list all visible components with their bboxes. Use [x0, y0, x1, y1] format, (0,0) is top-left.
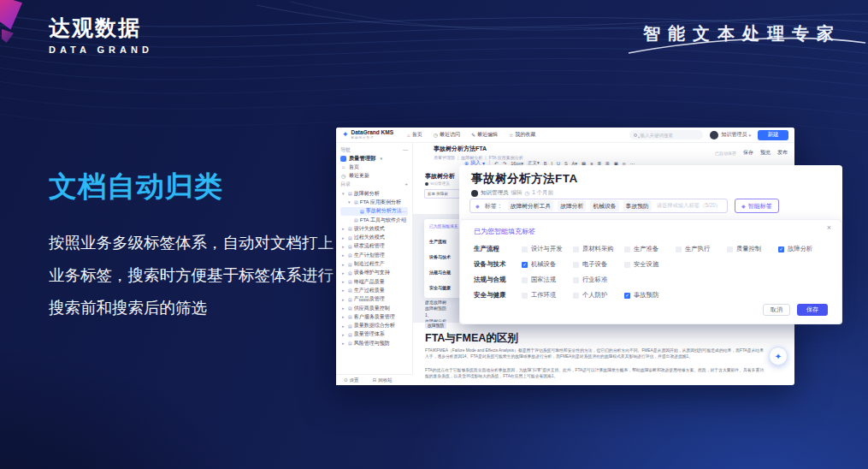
add-icon[interactable]: +: [404, 181, 408, 187]
topnav-item-home[interactable]: ⌂首页: [407, 131, 422, 139]
sidebar-tree-item[interactable]: ▸▤研发流程管理: [340, 242, 408, 251]
checkbox-option[interactable]: 机械设备: [522, 260, 573, 269]
app-topnav: ✦ DataGrand KMS 智能知识管理 ⌂首页◷最近访问✎最近编辑☆我的收…: [336, 128, 794, 143]
sidebar-tree-item[interactable]: ▸▤客户服务质量管理: [340, 312, 408, 321]
checkbox-option[interactable]: 原材料采购: [573, 245, 624, 253]
new-button[interactable]: 新建: [758, 130, 788, 140]
tag-chip[interactable]: 故障树分析工具: [508, 200, 554, 211]
topnav-item-edit[interactable]: ✎最近编辑: [471, 131, 498, 139]
user-name[interactable]: 知识管理员: [721, 131, 747, 139]
user-avatar[interactable]: [710, 131, 718, 140]
sidebar-tree-item[interactable]: ▤FTA 工具与软件介绍: [340, 216, 408, 224]
smart-tag-modal: 已为您智能填充标签 × 生产流程设计与开发原材料采购生产准备生产执行质量控制故障…: [459, 219, 842, 324]
doc-action-预览[interactable]: 预览: [760, 149, 771, 157]
checkbox-option[interactable]: 生产准备: [624, 245, 676, 253]
checkbox-icon[interactable]: [676, 246, 682, 252]
sidebar-collapse-icon[interactable]: —: [403, 147, 408, 152]
sidebar-tree-item[interactable]: ▸▤供应商质量控制: [340, 304, 408, 312]
settings-button[interactable]: ⊙设置: [344, 377, 359, 383]
checkbox-option[interactable]: 电子设备: [573, 260, 624, 269]
tag-input-placeholder[interactable]: 请选择或输入标签（5/20）: [657, 202, 721, 210]
checkbox-icon[interactable]: [727, 246, 733, 252]
option-label: 工作环境: [531, 291, 556, 300]
document-icon: ▤: [348, 262, 352, 267]
sidebar-tree-item[interactable]: ▾▤故障树分析: [340, 189, 408, 198]
ai-assistant-button[interactable]: ✦: [769, 347, 788, 365]
sidebar-tree-item[interactable]: ▸▤过程失效模式: [340, 233, 408, 241]
background-tag-fragment: 标签 故障树: [428, 192, 448, 196]
tree-item-label: 供应商质量控制: [354, 305, 390, 312]
trash-button[interactable]: ⊟回收站: [373, 377, 393, 383]
document-icon: ▤: [348, 226, 352, 231]
checkbox-icon[interactable]: [573, 277, 579, 283]
doc-tag-chip[interactable]: 故障预防: [425, 322, 446, 329]
checkbox-icon[interactable]: [522, 246, 528, 252]
checkbox-icon[interactable]: [573, 293, 579, 299]
tag-chip[interactable]: 故障分析: [558, 200, 586, 211]
caret-down-icon: ▾: [342, 191, 346, 196]
sidebar-quick-clock[interactable]: ◷最近更新: [340, 171, 408, 180]
tree-item-label: 事故树分析方法FTA: [366, 207, 408, 215]
sidebar-quick-home[interactable]: ⌂首页: [340, 163, 408, 171]
checkbox-icon[interactable]: [522, 277, 528, 283]
checkbox-option[interactable]: 事故预防: [624, 291, 676, 300]
sidebar-tree-item[interactable]: ▤事故树分析方法FTA: [340, 207, 408, 216]
sidebar-tree-item[interactable]: ▸▤设计失效模式: [340, 224, 408, 233]
checkbox-checked-icon[interactable]: [778, 246, 784, 252]
sidebar-tree-item[interactable]: ▸▤终端产品质量: [340, 277, 408, 286]
sidebar-space-row[interactable]: 质量管理部 ▾: [340, 154, 408, 163]
checkbox-option[interactable]: 故障分析: [778, 245, 830, 253]
checkbox-option[interactable]: 国家法规: [522, 276, 573, 284]
option-label: 电子设备: [582, 260, 607, 269]
search-input[interactable]: [640, 133, 694, 138]
sidebar-tree-item[interactable]: ▾▤FTA 应用案例分析: [340, 198, 408, 206]
save-button[interactable]: 保存: [797, 304, 828, 316]
sidebar-tree-item[interactable]: ▸▤质量数据综合分析: [340, 321, 408, 329]
checkbox-checked-icon[interactable]: [624, 293, 630, 299]
topnav-item-recent[interactable]: ◷最近访问: [434, 131, 460, 139]
background-modal-title: 已为您智能填充: [429, 223, 459, 229]
checkbox-icon[interactable]: [624, 262, 630, 268]
doc-action-发布[interactable]: 发布: [777, 149, 788, 157]
background-modal-groups: 生产流程设备与技术法规与合规安全与健康: [429, 239, 459, 290]
sidebar-tree-item[interactable]: ▸▤产品品质管理: [340, 295, 408, 304]
checkbox-checked-icon[interactable]: [522, 262, 528, 268]
global-search[interactable]: [629, 130, 703, 140]
checkbox-option[interactable]: 工作环境: [522, 291, 573, 300]
background-group-name: 生产流程: [429, 239, 459, 244]
checkbox-option[interactable]: 生产执行: [676, 245, 727, 253]
document-icon: ▤: [348, 279, 352, 284]
checkbox-icon[interactable]: [522, 293, 528, 299]
checkbox-option[interactable]: 设计与开发: [522, 245, 573, 253]
tag-input-row[interactable]: ◆ 标签： 故障树分析工具故障分析机械设备事故预防 请选择或输入标签（5/20）: [469, 199, 728, 213]
checkbox-option[interactable]: 个人防护: [573, 291, 624, 300]
topnav-item-label: 我的收藏: [515, 131, 535, 139]
sidebar-tree-item[interactable]: ▸▤生产过程质量: [340, 286, 408, 294]
tree-item-label: 风险管理与预防: [354, 340, 390, 347]
sidebar-tree-item[interactable]: ▸▤生产计划管理: [340, 251, 408, 259]
sidebar-tree-item[interactable]: ▸▤制造过程生产: [340, 259, 408, 268]
caret-right-icon: ▸: [342, 279, 346, 284]
document-icon: ▤: [348, 341, 352, 346]
checkbox-option[interactable]: 行业标准: [573, 276, 624, 284]
caret-right-icon: ▸: [342, 262, 346, 267]
tag-chip[interactable]: 机械设备: [590, 200, 618, 211]
tags-label: 标签：: [485, 202, 503, 211]
checkbox-icon[interactable]: [573, 246, 579, 252]
tag-chip[interactable]: 事故预防: [623, 200, 652, 211]
sidebar-footer: ⊙设置 ⊟回收站: [336, 374, 413, 385]
checkbox-option[interactable]: 质量控制: [727, 245, 778, 253]
sidebar-tree-item[interactable]: ▸▤风险管理与预防: [340, 339, 408, 347]
smart-tag-button[interactable]: ◆ 智能标签: [735, 199, 779, 213]
caret-right-icon: ▸: [342, 270, 346, 276]
breadcrumb-segment[interactable]: 质量管理部: [434, 155, 455, 160]
sidebar-tree-item[interactable]: ▸▤质量管理体系: [340, 330, 408, 339]
checkbox-icon[interactable]: [573, 262, 579, 268]
topnav-item-star[interactable]: ☆我的收藏: [509, 131, 535, 139]
checkbox-icon[interactable]: [624, 246, 630, 252]
doc-action-保存[interactable]: 保存: [743, 149, 753, 157]
sidebar-tree-item[interactable]: ▸▤设备维护与支持: [340, 269, 408, 277]
close-icon[interactable]: ×: [827, 223, 831, 232]
checkbox-option[interactable]: 安全设施: [624, 260, 676, 269]
cancel-button[interactable]: 取消: [763, 304, 790, 316]
